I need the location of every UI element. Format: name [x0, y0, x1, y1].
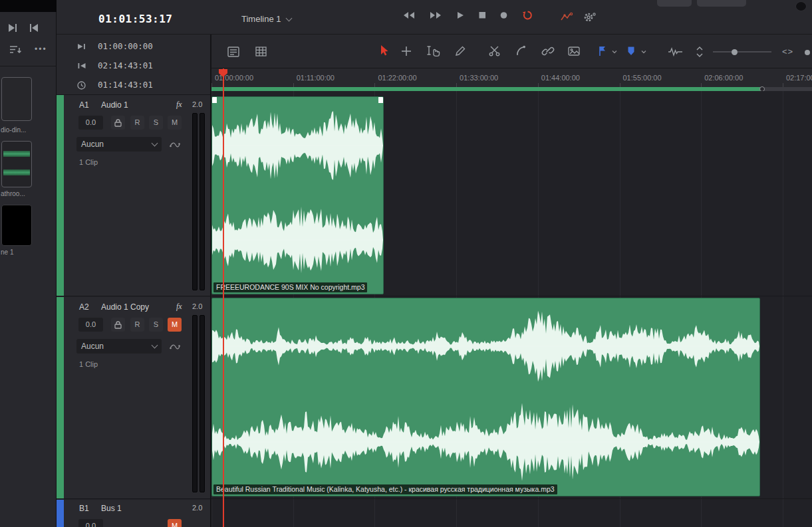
chevron-down-icon [152, 140, 158, 147]
fade-handle-right[interactable] [378, 97, 383, 103]
media-clip-thumbnail[interactable] [1, 205, 32, 246]
pencil-tool-icon[interactable] [454, 45, 467, 58]
flag-dropdown-chevron-icon[interactable] [611, 49, 618, 54]
duration-clock-icon [76, 80, 86, 90]
track-row-separator [57, 498, 211, 499]
fx-badge[interactable]: fx [176, 302, 182, 312]
duration-field[interactable]: 01:14:43:01 [98, 80, 153, 90]
panel-top-bar [0, 0, 57, 12]
record-arm-button[interactable]: R [130, 116, 144, 130]
gain-field[interactable]: 0.0 [78, 519, 103, 527]
marker-dropdown-chevron-icon[interactable] [640, 49, 647, 54]
selection-tool-icon[interactable] [378, 44, 391, 57]
automation-icon[interactable] [559, 11, 574, 23]
truncated-header-button[interactable] [657, 0, 692, 7]
clip-thumbnail-toggle-icon[interactable] [567, 45, 581, 58]
flag-marker-icon[interactable] [597, 45, 609, 58]
track-id: A2 [79, 302, 89, 312]
automation-curve-icon[interactable] [169, 140, 181, 149]
razor-cut-icon[interactable] [487, 45, 502, 58]
level-meter [200, 113, 205, 290]
track-name[interactable]: Bus 1 [101, 504, 122, 513]
record-button[interactable] [499, 11, 508, 20]
link-clips-icon[interactable] [541, 45, 555, 58]
waveform-lane [212, 304, 759, 389]
timeline-area: <> 01:00:00:0001:11:00:0001:22:00:0001:3… [211, 35, 812, 527]
playhead[interactable] [223, 68, 224, 527]
track-height-icon[interactable] [695, 45, 704, 58]
stop-button[interactable] [478, 11, 486, 20]
trim-tool-icon[interactable] [400, 45, 413, 58]
track-name[interactable]: Audio 1 Copy [101, 302, 149, 312]
record-arm-button[interactable]: R [130, 318, 144, 332]
skip-back-icon[interactable] [27, 21, 41, 35]
master-timecode: 01:01:53:17 [98, 13, 172, 25]
clip-title: FREEEURODANCE 90S MIX No copyright.mp3 [213, 282, 367, 292]
zoom-fit-button[interactable]: <> [782, 47, 793, 56]
mute-button[interactable]: M [168, 318, 182, 332]
track-header-a1[interactable]: A1 Audio 1 fx 2.0 0.0 R S M Aucun 1 Clip [64, 95, 211, 296]
mute-button[interactable]: M [168, 116, 182, 130]
play-button[interactable] [456, 11, 465, 20]
ruler-tick-label: 01:33:00:00 [460, 74, 498, 82]
clipped-slider-knob[interactable] [805, 50, 810, 55]
fade-handle-left[interactable] [212, 97, 217, 103]
automation-curve-icon[interactable] [169, 342, 181, 351]
more-options-button[interactable]: ••• [35, 45, 47, 54]
input-select-value: Aucun [81, 140, 104, 149]
zoom-slider-knob[interactable] [732, 49, 738, 55]
track-name[interactable]: Audio 1 [101, 100, 128, 110]
truncated-header-button[interactable] [697, 0, 746, 7]
track-separator [211, 498, 812, 499]
fx-badge[interactable]: fx [176, 100, 182, 110]
range-selection-tool-icon[interactable] [424, 45, 443, 58]
in-point-field[interactable]: 01:00:00:00 [98, 41, 153, 51]
out-point-field[interactable]: 02:14:43:01 [98, 60, 153, 70]
audio-clip-a2[interactable]: Beautiful Russian Traditional Music (Kal… [211, 298, 760, 496]
edit-index-icon[interactable] [226, 45, 241, 58]
timeline-gridline [783, 91, 783, 527]
input-select[interactable]: Aucun [76, 339, 162, 354]
gain-field[interactable]: 0.0 [78, 318, 103, 332]
waveform-view-icon[interactable] [667, 45, 684, 58]
solo-button[interactable]: S [149, 318, 163, 332]
zoom-slider[interactable] [713, 51, 771, 53]
transport-header: 01:01:53:17 Timeline 1 [57, 0, 812, 35]
fast-forward-button[interactable] [429, 11, 442, 20]
level-meter [200, 315, 205, 492]
media-clip-label: dio-din... [1, 126, 54, 134]
mute-button[interactable]: M [168, 519, 182, 527]
media-clip-thumbnail[interactable] [1, 141, 32, 187]
channel-format: 2.0 [192, 100, 202, 108]
loop-button[interactable] [521, 10, 534, 21]
settings-gear-icon[interactable] [583, 11, 597, 23]
audio-clip-a1[interactable]: FREEEURODANCE 90S MIX No copyright.mp3 [211, 96, 384, 294]
ruler-tick-label: 01:44:00:00 [541, 74, 580, 82]
input-select[interactable]: Aucun [76, 137, 162, 152]
lock-button[interactable] [111, 116, 125, 130]
fade-tool-icon[interactable] [515, 45, 528, 58]
track-header-b1[interactable]: B1 Bus 1 2.0 0.0 M [64, 500, 211, 527]
lock-button[interactable] [111, 318, 125, 332]
waveform-lane [212, 197, 383, 283]
media-clip-thumbnail[interactable] [1, 77, 32, 121]
timeline-toolbar: <> [211, 35, 812, 68]
grid-view-icon[interactable] [254, 45, 269, 58]
media-pool-panel: ••• dio-din... athroo... ne 1 [0, 0, 57, 527]
truncated-header-badge[interactable] [795, 1, 807, 11]
skip-forward-icon[interactable] [5, 21, 20, 35]
rewind-button[interactable] [402, 11, 416, 20]
solo-button[interactable]: S [149, 116, 163, 130]
track-color-strip-b1 [57, 500, 64, 527]
panel-divider [0, 66, 57, 66]
level-meter [192, 315, 198, 492]
timeline-selector[interactable]: Timeline 1 [241, 14, 291, 24]
gain-field[interactable]: 0.0 [78, 116, 103, 130]
track-header-a2[interactable]: A2 Audio 1 Copy fx 2.0 0.0 R S M Aucun 1… [64, 297, 211, 498]
ruler-tick-label: 01:11:00:00 [297, 74, 335, 82]
audio-waveform [212, 399, 759, 484]
timeline-ruler[interactable]: 01:00:00:0001:11:00:0001:22:00:0001:33:0… [211, 68, 812, 87]
sort-icon[interactable] [8, 44, 23, 56]
panel-timeline-divider [210, 35, 211, 527]
marker-badge-icon[interactable] [625, 45, 637, 58]
